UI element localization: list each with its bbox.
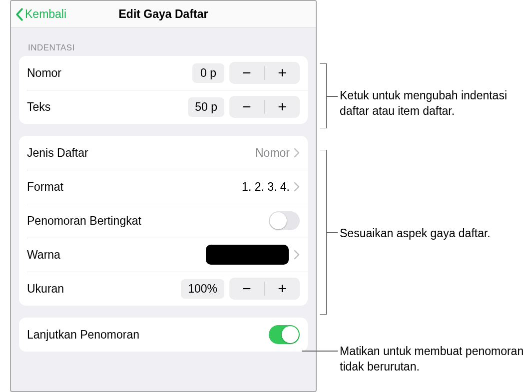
ukuran-increase-button[interactable]: + — [265, 278, 300, 300]
group-style: Jenis Daftar Nomor Format 1. 2. 3. 4. Pe… — [19, 136, 308, 306]
toggle-knob — [282, 326, 299, 343]
group-indentasi: Nomor 0 p − + Teks 50 p − + — [19, 56, 308, 124]
row-teks-indent: Teks 50 p − + — [19, 90, 308, 124]
nomor-indent-label: Nomor — [27, 66, 192, 80]
warna-swatch — [206, 245, 289, 265]
row-ukuran: Ukuran 100% − + — [19, 272, 308, 306]
ukuran-label: Ukuran — [27, 282, 181, 296]
section-label-indentasi: Indentasi — [28, 43, 308, 53]
teks-indent-label: Teks — [27, 100, 188, 114]
callout-line-3 — [302, 351, 338, 352]
chevron-right-icon — [294, 182, 300, 192]
teks-increase-button[interactable]: + — [265, 96, 300, 118]
row-warna[interactable]: Warna — [19, 238, 308, 272]
callout-line-2 — [327, 232, 338, 233]
group-continue: Lanjutkan Penomoran — [19, 318, 308, 352]
ukuran-value[interactable]: 100% — [181, 279, 224, 299]
settings-panel: Kembali Edit Gaya Daftar Indentasi Nomor… — [10, 0, 317, 392]
teks-indent-stepper: − + — [229, 96, 300, 118]
jenis-daftar-label: Jenis Daftar — [27, 146, 255, 160]
panel-header: Kembali Edit Gaya Daftar — [11, 1, 316, 28]
back-button[interactable]: Kembali — [15, 7, 66, 21]
callout-text-1: Ketuk untuk mengubah indentasi daftar at… — [340, 88, 510, 119]
teks-decrease-button[interactable]: − — [229, 96, 264, 118]
row-nomor-indent: Nomor 0 p − + — [19, 56, 308, 90]
continue-numbering-label: Lanjutkan Penomoran — [27, 328, 269, 342]
callout-text-2: Sesuaikan aspek gaya daftar. — [340, 226, 530, 241]
format-label: Format — [27, 180, 242, 194]
teks-indent-value[interactable]: 50 p — [188, 97, 224, 117]
callout-text-3: Matikan untuk membuat penomoran tidak be… — [340, 344, 530, 375]
callout-bracket-1 — [320, 63, 327, 128]
back-label: Kembali — [25, 7, 66, 21]
chevron-right-icon — [294, 148, 300, 158]
format-value: 1. 2. 3. 4. — [242, 180, 290, 194]
nomor-increase-button[interactable]: + — [265, 62, 300, 84]
callouts: Ketuk untuk mengubah indentasi daftar at… — [320, 0, 525, 392]
row-jenis-daftar[interactable]: Jenis Daftar Nomor — [19, 136, 308, 170]
row-format[interactable]: Format 1. 2. 3. 4. — [19, 170, 308, 204]
nomor-decrease-button[interactable]: − — [229, 62, 264, 84]
callout-line-1 — [327, 96, 338, 97]
callout-bracket-2 — [320, 150, 327, 315]
nomor-indent-stepper: − + — [229, 62, 300, 84]
warna-label: Warna — [27, 248, 206, 262]
panel-body: Indentasi Nomor 0 p − + Teks 50 p − + — [11, 28, 316, 391]
chevron-left-icon — [15, 7, 24, 21]
toggle-knob — [270, 212, 287, 229]
tiered-numbering-label: Penomoran Bertingkat — [27, 214, 269, 228]
jenis-daftar-value: Nomor — [255, 146, 290, 160]
nomor-indent-value[interactable]: 0 p — [192, 63, 224, 83]
row-continue-numbering: Lanjutkan Penomoran — [19, 318, 308, 352]
ukuran-stepper: − + — [229, 278, 300, 300]
ukuran-decrease-button[interactable]: − — [229, 278, 264, 300]
row-tiered-numbering: Penomoran Bertingkat — [19, 204, 308, 238]
chevron-right-icon — [294, 250, 300, 260]
tiered-numbering-toggle[interactable] — [269, 211, 300, 230]
continue-numbering-toggle[interactable] — [269, 325, 300, 344]
